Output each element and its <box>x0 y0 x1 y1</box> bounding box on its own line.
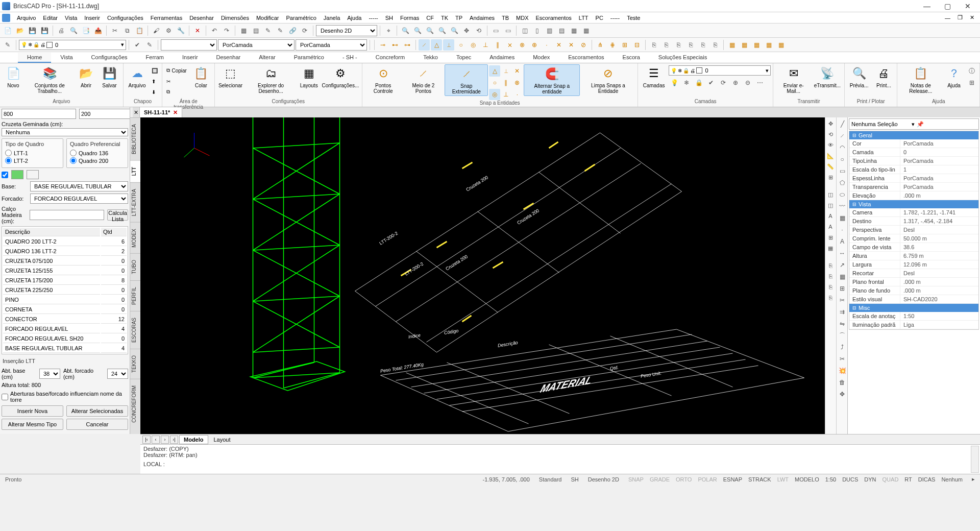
workspace-combo[interactable]: Desenho 2D <box>316 25 377 36</box>
prop-row[interactable]: CorPorCamada <box>849 139 978 148</box>
pen-icon[interactable]: ✎ <box>2 39 13 51</box>
config-button[interactable]: ⚙Configurações... <box>321 64 359 89</box>
dr-fil-icon[interactable]: ⌒ <box>837 330 848 341</box>
save-icon[interactable]: 💾 <box>27 25 38 36</box>
ajuda-button[interactable]: ？Ajuda <box>943 64 965 89</box>
rt-a6-icon[interactable]: ▦ <box>825 243 836 253</box>
plot-icon[interactable]: 📑 <box>80 25 91 36</box>
dr-ht-icon[interactable]: ▦ <box>837 212 848 224</box>
menu-cf[interactable]: CF <box>423 14 437 22</box>
menu-modificar[interactable]: Modificar <box>253 14 283 22</box>
table-row[interactable]: PINO0 <box>3 296 127 304</box>
radio-ltt1[interactable]: LTT-1 <box>5 149 60 157</box>
paste-icon[interactable]: 📋 <box>134 25 145 36</box>
lay-t2[interactable]: ❄ <box>681 77 692 88</box>
table-row[interactable]: QUADRO 136 LTT-22 <box>3 247 127 256</box>
os14-icon[interactable]: · <box>541 39 552 51</box>
radio-q136[interactable]: Quadro 136 <box>70 149 125 157</box>
prop-row[interactable]: Elevação.000 m <box>849 191 978 200</box>
status-nenhum[interactable]: Nenhum <box>939 476 965 482</box>
abt-forc-combo[interactable]: 24 <box>107 369 128 379</box>
ribbon-tab-configurações[interactable]: Configurações <box>82 53 137 63</box>
ribbon-tab-soluções-especiais[interactable]: Soluções Especiais <box>649 53 716 63</box>
match-icon[interactable]: 🖌 <box>151 25 162 36</box>
tool2-icon[interactable]: ⚙ <box>163 25 174 36</box>
tool3-icon[interactable]: 🔧 <box>175 25 186 36</box>
propcat-geral[interactable]: Geral <box>849 131 978 139</box>
base-combo[interactable]: BASE REGULAVEL TUBULAR <box>30 181 128 191</box>
menu-sh[interactable]: SH <box>382 14 397 22</box>
cmd-scrollbar[interactable] <box>971 446 979 473</box>
rt-b4-icon[interactable]: ⎘ <box>825 293 836 303</box>
sn-s3[interactable]: ✕ <box>511 65 523 77</box>
menu-dimensões[interactable]: Dimensões <box>217 14 253 22</box>
zoom1-icon[interactable]: 🔍 <box>400 25 411 36</box>
menu-configurações[interactable]: Configurações <box>104 14 147 22</box>
ribbon-tab-tekko[interactable]: Tekko <box>414 53 447 63</box>
br2-icon[interactable]: ⎘ <box>660 39 672 51</box>
camadas-button[interactable]: ☰Camadas <box>640 64 668 89</box>
cut-icon[interactable]: ✂ <box>109 25 120 36</box>
sidetab-modex[interactable]: MODEX <box>130 222 140 254</box>
dr-line-icon[interactable]: ╱ <box>837 118 848 130</box>
ribbon-tab-escora[interactable]: Escora <box>614 53 649 63</box>
status-d2d[interactable]: Desenho 2D <box>586 476 621 482</box>
os4-icon[interactable]: ⟋ <box>419 39 430 51</box>
publish-icon[interactable]: 📤 <box>92 25 104 36</box>
alternar-snap-button[interactable]: 🧲Alternar Snap a entidade <box>524 64 580 96</box>
layout-next[interactable]: › <box>161 436 169 444</box>
cruzeta-combo[interactable]: Nenhuma <box>2 128 128 136</box>
menu-formas[interactable]: Formas <box>397 14 423 22</box>
status-1:50[interactable]: 1:50 <box>823 476 838 482</box>
os10-icon[interactable]: ∥ <box>492 39 503 51</box>
t10-icon[interactable]: ▦ <box>238 25 249 36</box>
os6-icon[interactable]: ⟂ <box>443 39 454 51</box>
cmd-prompt[interactable]: LOCAL : <box>143 461 977 467</box>
prop-row[interactable]: TransparenciaPorCamada <box>849 183 978 191</box>
menu-ajuda[interactable]: Ajuda <box>344 14 365 22</box>
zoom4-icon[interactable]: 🔍 <box>436 25 448 36</box>
cloud-arquivo-button[interactable]: ☁Arquivo <box>126 64 149 89</box>
dr-txt-icon[interactable]: A <box>837 236 848 247</box>
minimize-button[interactable]: — <box>917 0 937 12</box>
prop-row[interactable]: Largura12.096 m <box>849 260 978 269</box>
os18-icon[interactable]: ⋔ <box>595 39 606 51</box>
rt-a4-icon[interactable]: A <box>825 222 836 232</box>
tab-layout[interactable]: Layout <box>209 435 235 444</box>
prop-row[interactable]: RecortarDesl <box>849 269 978 278</box>
menu-vista[interactable]: Vista <box>61 14 81 22</box>
rt-move-icon[interactable]: ✥ <box>825 118 836 129</box>
status-polar[interactable]: POLAR <box>696 476 719 482</box>
prop-row[interactable]: Campo de vista38.6 <box>849 243 978 252</box>
dr-ld-icon[interactable]: ↗ <box>837 259 848 271</box>
sn-s8[interactable]: ⊥ <box>500 89 511 100</box>
t11-icon[interactable]: ▤ <box>250 25 261 36</box>
left-val1-input[interactable] <box>2 109 76 119</box>
dr-pline-icon[interactable]: ⟋ <box>837 130 848 141</box>
menu-andaimes[interactable]: Andaimes <box>466 14 498 22</box>
ribbon-tab-concreform[interactable]: Concreform <box>366 53 414 63</box>
zoom2-icon[interactable]: 🔍 <box>412 25 423 36</box>
ar1-icon[interactable]: ▦ <box>726 39 738 51</box>
radio-ltt2[interactable]: LTT-2 <box>5 157 60 164</box>
zoom5-icon[interactable]: 🔍 <box>449 25 460 36</box>
calcula-lista-button[interactable]: Calcula Lista <box>107 209 128 221</box>
vp4-icon[interactable]: ▦ <box>568 25 579 36</box>
drawing-canvas[interactable]: Cruzeta 200 Cruzeta 200 Cruzeta 200 LTT-… <box>140 117 825 434</box>
menu-mdx[interactable]: MDX <box>512 14 532 22</box>
status-lwt[interactable]: LWT <box>775 476 791 482</box>
redo-icon[interactable]: ↷ <box>221 25 232 36</box>
mdi-restore[interactable]: ❐ <box>954 13 966 22</box>
rt-b1-icon[interactable]: ⎘ <box>825 260 836 271</box>
br4-icon[interactable]: ⎘ <box>685 39 696 51</box>
ribbon-tab-paramétrico[interactable]: Paramétrico <box>285 53 333 63</box>
table-row[interactable]: CRUZETA 075/1000 <box>3 257 127 266</box>
prop-row[interactable]: EspessLinhaPorCamada <box>849 174 978 183</box>
dr-rect-icon[interactable]: ▭ <box>837 165 848 177</box>
zoom3-icon[interactable]: 🔍 <box>424 25 435 36</box>
ribbon-layer-dropdown[interactable]: 💡 ❄ 🔒 🖨 0 ▾ <box>669 65 771 76</box>
lay-t6[interactable]: ⊕ <box>730 77 741 88</box>
vp2-icon[interactable]: ▥ <box>544 25 555 36</box>
maximize-button[interactable]: ▢ <box>937 0 958 12</box>
menu------[interactable]: ----- <box>365 14 381 22</box>
